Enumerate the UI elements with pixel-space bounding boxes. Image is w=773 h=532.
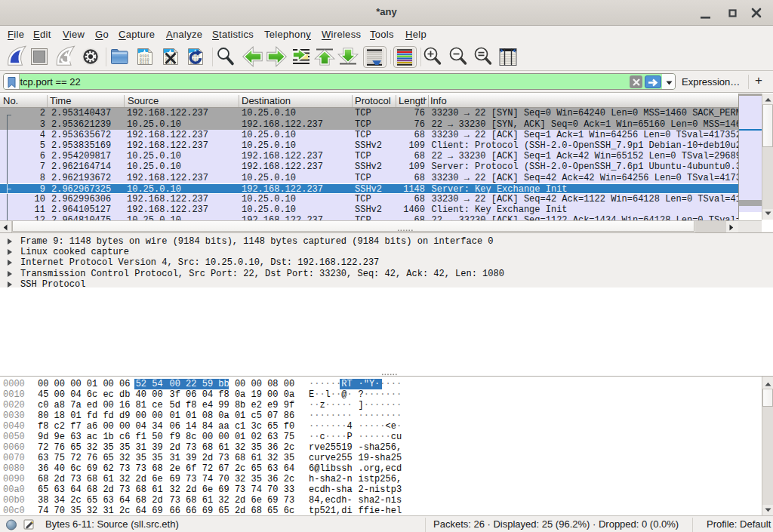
svg-text:0111: 0111 bbox=[140, 61, 149, 66]
